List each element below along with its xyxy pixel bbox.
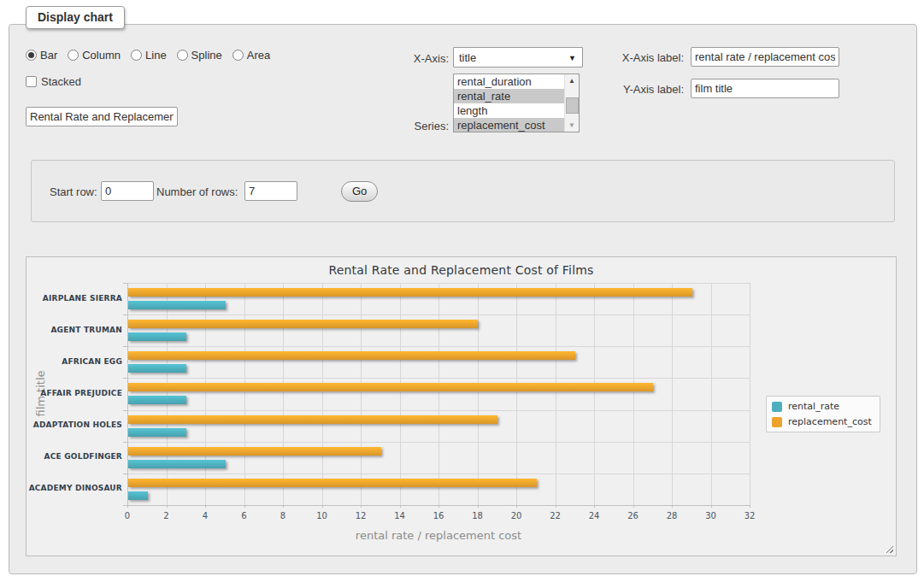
gridline bbox=[127, 346, 750, 347]
y-axis-line bbox=[127, 283, 128, 505]
radio-label: Line bbox=[145, 49, 167, 62]
chart-bar-replacement_cost[interactable] bbox=[128, 288, 692, 297]
legend-label: replacement_cost bbox=[788, 416, 872, 427]
stacked-label: Stacked bbox=[41, 75, 81, 88]
gridline bbox=[672, 283, 673, 505]
series-option-replacement_cost[interactable]: replacement_cost bbox=[454, 118, 564, 132]
x-axis-select[interactable]: title ▼ bbox=[453, 47, 583, 68]
chart-bar-rental_rate[interactable] bbox=[128, 428, 186, 437]
radio-label: Column bbox=[82, 49, 121, 62]
series-option-rental_rate[interactable]: rental_rate bbox=[454, 89, 564, 103]
radio-label: Spline bbox=[191, 49, 222, 62]
gridline bbox=[127, 315, 750, 315]
scroll-up-icon[interactable]: ▲ bbox=[565, 74, 579, 87]
stacked-option: Stacked bbox=[26, 75, 81, 88]
category-label: AIRPLANE SIERRA bbox=[28, 294, 122, 303]
gridline bbox=[127, 378, 750, 379]
chart-container: Rental Rate and Replacement Cost of Film… bbox=[26, 256, 897, 556]
legend-item-rental_rate[interactable]: rental_rate bbox=[772, 401, 872, 412]
gridline bbox=[516, 283, 517, 505]
gridline bbox=[283, 283, 284, 505]
radio-column[interactable] bbox=[68, 50, 79, 61]
series-option-length[interactable]: length bbox=[454, 103, 564, 118]
x-tick-label: 2 bbox=[152, 511, 181, 520]
chart-title-input[interactable] bbox=[26, 107, 178, 126]
chart-bar-replacement_cost[interactable] bbox=[128, 320, 478, 328]
listbox-scrollbar[interactable]: ▲ ▼ bbox=[564, 74, 579, 132]
chart-bar-replacement_cost[interactable] bbox=[128, 479, 537, 487]
chart-bar-rental_rate[interactable] bbox=[128, 396, 186, 404]
gridline bbox=[556, 283, 556, 505]
gridline bbox=[438, 283, 439, 505]
y-axis-label-input[interactable] bbox=[691, 79, 839, 98]
chart-bar-rental_rate[interactable] bbox=[128, 301, 226, 309]
stacked-checkbox[interactable] bbox=[26, 76, 37, 87]
radio-spline[interactable] bbox=[177, 50, 188, 61]
gridline bbox=[127, 283, 750, 284]
y-axis-label-label: Y-Axis label: bbox=[598, 83, 684, 96]
gridline bbox=[127, 473, 750, 474]
gridline bbox=[167, 283, 168, 505]
legend-item-replacement_cost[interactable]: replacement_cost bbox=[772, 416, 872, 427]
radio-bar[interactable] bbox=[26, 50, 37, 61]
category-label: AFRICAN EGG bbox=[28, 357, 122, 366]
chart-title: Rental Rate and Replacement Cost of Film… bbox=[26, 263, 896, 277]
x-axis-line bbox=[127, 505, 750, 506]
x-tick-label: 20 bbox=[502, 511, 531, 520]
legend-swatch-icon bbox=[772, 417, 782, 427]
gridline bbox=[361, 283, 362, 505]
gridline bbox=[205, 283, 206, 505]
x-axis-title: rental rate / replacement cost bbox=[127, 529, 750, 542]
scrollbar-thumb[interactable] bbox=[566, 97, 579, 114]
series-select-label: Series: bbox=[389, 120, 449, 132]
chart-bar-replacement_cost[interactable] bbox=[128, 351, 575, 360]
chart-bar-rental_rate[interactable] bbox=[128, 460, 226, 468]
chart-legend: rental_ratereplacement_cost bbox=[766, 396, 880, 432]
series-listbox[interactable]: rental_durationrental_ratelengthreplacem… bbox=[453, 73, 580, 132]
go-button[interactable]: Go bbox=[341, 181, 378, 202]
chart-bar-replacement_cost[interactable] bbox=[128, 415, 497, 424]
chart-bar-rental_rate[interactable] bbox=[128, 364, 186, 373]
x-tick-label: 6 bbox=[230, 511, 259, 520]
x-tick-label: 30 bbox=[697, 511, 726, 520]
x-tick-label: 4 bbox=[191, 511, 220, 520]
x-tick-label: 32 bbox=[735, 511, 764, 520]
legend-label: rental_rate bbox=[788, 401, 839, 412]
gridline bbox=[594, 283, 595, 505]
row-range-box: Start row: Number of rows: Go bbox=[31, 160, 895, 222]
x-tick-label: 18 bbox=[463, 511, 492, 520]
chart-bar-replacement_cost[interactable] bbox=[128, 383, 653, 391]
gridline bbox=[711, 283, 712, 505]
x-tick-label: 0 bbox=[113, 511, 142, 520]
x-tick-label: 26 bbox=[619, 511, 648, 520]
chart-bar-rental_rate[interactable] bbox=[128, 491, 148, 500]
gridline bbox=[400, 283, 401, 505]
dropdown-arrow-icon: ▼ bbox=[568, 54, 576, 62]
radio-label: Bar bbox=[40, 49, 57, 62]
start-row-input[interactable] bbox=[101, 181, 154, 201]
gridline bbox=[750, 283, 750, 505]
category-label: ACADEMY DINOSAUR bbox=[28, 484, 122, 492]
radio-label: Area bbox=[247, 49, 270, 62]
series-option-rental_duration[interactable]: rental_duration bbox=[454, 74, 564, 89]
x-tick-label: 10 bbox=[308, 511, 337, 520]
number-of-rows-input[interactable] bbox=[244, 181, 297, 201]
chart-bar-rental_rate[interactable] bbox=[128, 332, 186, 341]
radio-area[interactable] bbox=[232, 50, 244, 61]
chart-type-option-area: Area bbox=[232, 49, 270, 62]
chart-type-option-line: Line bbox=[131, 49, 167, 62]
x-axis-label-input[interactable] bbox=[691, 47, 839, 67]
radio-line[interactable] bbox=[131, 50, 142, 61]
x-tick-label: 12 bbox=[346, 511, 375, 520]
x-tick-label: 14 bbox=[385, 511, 415, 520]
x-axis-selected-value: title bbox=[459, 51, 476, 64]
gridline bbox=[127, 442, 750, 443]
gridline bbox=[244, 283, 245, 505]
category-label: AFFAIR PREJUDICE bbox=[28, 389, 122, 397]
chart-type-option-column: Column bbox=[68, 49, 121, 62]
chart-bar-replacement_cost[interactable] bbox=[128, 447, 381, 456]
x-axis-label-label: X-Axis label: bbox=[598, 51, 684, 64]
category-label: ACE GOLDFINGER bbox=[28, 452, 122, 461]
resize-handle-icon[interactable] bbox=[886, 545, 893, 553]
scroll-down-icon[interactable]: ▼ bbox=[565, 119, 579, 132]
